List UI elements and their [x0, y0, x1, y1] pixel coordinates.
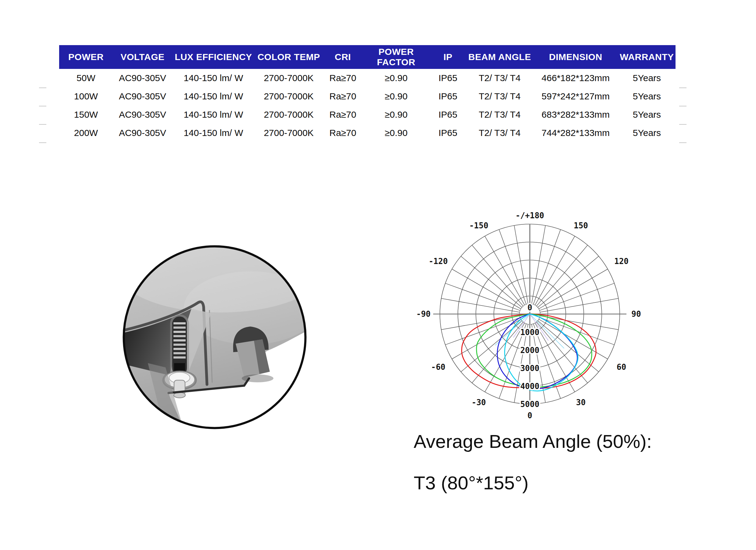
table-cell: ≥0.90 — [363, 105, 430, 124]
row-divider-tick — [39, 87, 46, 88]
table-cell: IP65 — [430, 87, 466, 105]
table-row: 200WAC90-305V140-150 lm/ W2700-7000KRa≥7… — [59, 124, 676, 142]
center-zero-label: 0 — [527, 303, 532, 312]
angle-label-0: 0 — [527, 411, 532, 420]
polar-chart-svg: -/+180-150-120-90-60-3003060901201501000… — [415, 206, 652, 438]
table-cell: 5Years — [618, 69, 676, 87]
table-cell: 150W — [59, 105, 113, 124]
beam-angle-caption-line2: T3 (80°*155°) — [414, 472, 529, 494]
row-divider-tick — [679, 124, 686, 125]
table-cell: 2700-7000K — [255, 69, 323, 87]
table-cell: 2700-7000K — [255, 87, 323, 105]
table-cell: T2/ T3/ T4 — [466, 124, 533, 142]
table-cell: 5Years — [618, 87, 676, 105]
column-header-warranty: WARRANTY — [618, 45, 676, 69]
column-header-dimension: DIMENSION — [533, 45, 618, 69]
table-cell: ≥0.90 — [363, 87, 430, 105]
table-cell: IP65 — [430, 124, 466, 142]
angle-label-150: -150 — [469, 221, 488, 230]
column-header-voltage: VOLTAGE — [113, 45, 172, 69]
row-divider-tick — [679, 87, 686, 88]
column-header-color-temp: COLOR TEMP — [255, 45, 323, 69]
table-cell: 100W — [59, 87, 113, 105]
column-header-beam-angle: BEAM ANGLE — [466, 45, 533, 69]
polar-spoke — [538, 256, 599, 307]
row-divider-tick — [39, 106, 46, 106]
table-cell: 5Years — [618, 105, 676, 124]
row-divider-tick — [39, 142, 46, 143]
row-divider-tick — [39, 124, 46, 125]
table-cell: 140-150 lm/ W — [172, 69, 255, 87]
polar-spoke — [537, 245, 588, 306]
column-header-power-factor: POWER FACTOR — [363, 45, 430, 69]
table-cell: 140-150 lm/ W — [172, 124, 255, 142]
table-cell: 2700-7000K — [255, 124, 323, 142]
angle-label-150: 150 — [574, 221, 588, 230]
table-cell: IP65 — [430, 105, 466, 124]
datasheet-page: { "table": { "header_bg": "#2120a6", "he… — [0, 0, 756, 550]
table-cell: T2/ T3/ T4 — [466, 87, 533, 105]
angle-label-120: 120 — [614, 257, 629, 266]
polar-spoke — [537, 322, 588, 383]
table-cell: Ra≥70 — [323, 69, 362, 87]
knurled-adjuster — [170, 314, 189, 378]
table-cell: 5Years — [618, 124, 676, 142]
angle-label-60: 60 — [617, 363, 626, 372]
ring-label-4000: 4000 — [520, 382, 540, 391]
table-cell: 140-150 lm/ W — [172, 105, 255, 124]
spec-table-body: 50WAC90-305V140-150 lm/ W2700-7000KRa≥70… — [59, 69, 676, 142]
spec-table: POWERVOLTAGELUX EFFICIENCYCOLOR TEMPCRIP… — [59, 45, 676, 142]
row-divider-tick — [679, 142, 686, 143]
table-cell: Ra≥70 — [323, 105, 362, 124]
angle-label-30: 30 — [576, 398, 586, 407]
polar-spoke — [441, 298, 519, 312]
column-header-ip: IP — [430, 45, 466, 69]
table-cell: AC90-305V — [113, 124, 172, 142]
column-header-power: POWER — [59, 45, 113, 69]
row-divider-tick — [679, 106, 686, 106]
product-photo-svg — [120, 242, 309, 432]
table-cell: T2/ T3/ T4 — [466, 105, 533, 124]
polar-spoke — [532, 225, 545, 304]
polar-spoke — [540, 316, 618, 330]
table-cell: 466*182*123mm — [533, 69, 618, 87]
table-cell: 140-150 lm/ W — [172, 87, 255, 105]
polar-spoke — [472, 245, 523, 306]
table-cell: Ra≥70 — [323, 87, 362, 105]
table-cell: AC90-305V — [113, 105, 172, 124]
table-cell: ≥0.90 — [363, 124, 430, 142]
spec-table-header-row: POWERVOLTAGELUX EFFICIENCYCOLOR TEMPCRIP… — [59, 45, 676, 69]
table-cell: AC90-305V — [113, 69, 172, 87]
product-photo — [120, 242, 309, 432]
angle-label-120: -120 — [429, 257, 448, 266]
table-row: 150WAC90-305V140-150 lm/ W2700-7000KRa≥7… — [59, 105, 676, 124]
table-row: 50WAC90-305V140-150 lm/ W2700-7000KRa≥70… — [59, 69, 676, 87]
table-cell: 50W — [59, 69, 113, 87]
angle-label-60: -60 — [431, 363, 445, 372]
table-cell: IP65 — [430, 69, 466, 87]
table-row: 100WAC90-305V140-150 lm/ W2700-7000KRa≥7… — [59, 87, 676, 105]
column-header-lux-efficiency: LUX EFFICIENCY — [172, 45, 255, 69]
beam-distribution-chart: -/+180-150-120-90-60-3003060901201501000… — [415, 206, 652, 438]
polar-spoke — [540, 298, 618, 312]
table-cell: 744*282*133mm — [533, 124, 618, 142]
angle-label-90: -90 — [416, 309, 431, 319]
column-header-cri: CRI — [323, 45, 362, 69]
polar-spoke — [514, 225, 528, 304]
angle-label-180: -/+180 — [515, 211, 544, 220]
table-cell: 683*282*133mm — [533, 105, 618, 124]
table-cell: T2/ T3/ T4 — [466, 69, 533, 87]
polar-spoke — [461, 256, 522, 307]
ring-label-1000: 1000 — [520, 328, 540, 337]
table-cell: 597*242*127mm — [533, 87, 618, 105]
ring-label-5000: 5000 — [520, 400, 540, 409]
angle-label-30: -30 — [472, 398, 486, 407]
ring-label-3000: 3000 — [520, 364, 540, 373]
beam-angle-caption-line1: Average Beam Angle (50%): — [414, 430, 652, 452]
table-cell: 2700-7000K — [255, 105, 323, 124]
angle-label-90: 90 — [631, 309, 641, 319]
table-cell: AC90-305V — [113, 87, 172, 105]
table-cell: ≥0.90 — [363, 69, 430, 87]
table-cell: 200W — [59, 124, 113, 142]
ring-label-2000: 2000 — [520, 346, 540, 355]
